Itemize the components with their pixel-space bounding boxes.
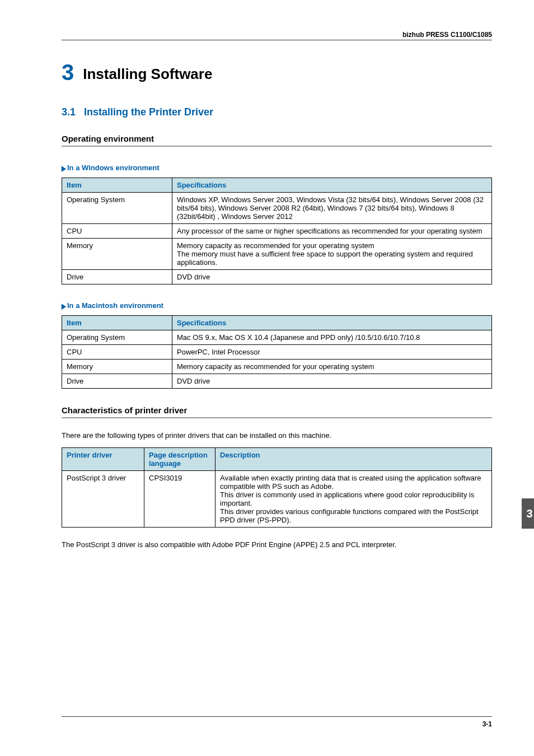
mac-spec-table: Item Specifications Operating SystemMac … xyxy=(62,315,492,389)
table-row: Operating SystemMac OS 9.x, Mac OS X 10.… xyxy=(62,330,492,345)
windows-spec-table: Item Specifications Operating SystemWind… xyxy=(62,178,492,284)
section-title-text: Installing the Printer Driver xyxy=(84,106,213,118)
table-row: CPUPowerPC, Intel Processor xyxy=(62,345,492,360)
cell-spec: Memory capacity as recommended for your … xyxy=(172,239,492,270)
chapter-tab: 3 xyxy=(522,498,534,529)
section-title: 3.1 Installing the Printer Driver xyxy=(62,106,492,118)
table-row: PostScript 3 driver CPSI3019 Available w… xyxy=(62,470,492,527)
driver-table: Printer driver Page description language… xyxy=(62,447,492,528)
cell-item: Drive xyxy=(62,374,172,389)
col-item: Item xyxy=(62,316,172,330)
page-number: 3-1 xyxy=(483,720,492,728)
cell-item: Operating System xyxy=(62,330,172,345)
section-number: 3.1 xyxy=(62,106,76,118)
cell-item: Memory xyxy=(62,360,172,374)
cell-lang: CPSI3019 xyxy=(144,470,216,527)
cell-item: CPU xyxy=(62,345,172,360)
table-row: CPUAny processor of the same or higher s… xyxy=(62,224,492,239)
cell-spec: DVD drive xyxy=(172,270,492,284)
table-row: Operating SystemWindows XP, Windows Serv… xyxy=(62,193,492,224)
cell-spec: DVD drive xyxy=(172,374,492,389)
cell-spec: PowerPC, Intel Processor xyxy=(172,345,492,360)
col-desc: Description xyxy=(216,447,492,470)
operating-environment-heading: Operating environment xyxy=(62,134,492,143)
divider xyxy=(62,146,492,147)
cell-spec: Mac OS 9.x, Mac OS X 10.4 (Japanese and … xyxy=(172,330,492,345)
windows-env-heading: In a Windows environment xyxy=(62,164,492,172)
col-lang: Page description language xyxy=(144,447,216,470)
mac-env-heading: In a Macintosh environment xyxy=(62,301,492,310)
cell-item: CPU xyxy=(62,224,172,239)
col-driver: Printer driver xyxy=(62,447,144,470)
driver-note-text: The PostScript 3 driver is also compatib… xyxy=(62,540,492,550)
table-header-row: Printer driver Page description language… xyxy=(62,447,492,470)
chapter-title: 3Installing Software xyxy=(62,60,492,85)
cell-spec: Any processor of the same or higher spec… xyxy=(172,224,492,239)
cell-item: Memory xyxy=(62,239,172,270)
col-spec: Specifications xyxy=(172,316,492,330)
table-row: MemoryMemory capacity as recommended for… xyxy=(62,360,492,374)
cell-spec: Memory capacity as recommended for your … xyxy=(172,360,492,374)
chapter-title-text: Installing Software xyxy=(83,66,212,82)
table-row: MemoryMemory capacity as recommended for… xyxy=(62,239,492,270)
cell-spec: Windows XP, Windows Server 2003, Windows… xyxy=(172,193,492,224)
product-model: bizhub PRESS C1100/C1085 xyxy=(62,31,492,40)
chapter-number: 3 xyxy=(62,60,74,85)
divider xyxy=(62,417,492,418)
divider xyxy=(62,716,492,717)
driver-characteristics-heading: Characteristics of printer driver xyxy=(62,405,492,415)
table-row: DriveDVD drive xyxy=(62,374,492,389)
cell-desc: Available when exactly printing data tha… xyxy=(216,470,492,527)
table-row: DriveDVD drive xyxy=(62,270,492,284)
table-header-row: Item Specifications xyxy=(62,178,492,193)
cell-item: Drive xyxy=(62,270,172,284)
table-header-row: Item Specifications xyxy=(62,316,492,330)
col-spec: Specifications xyxy=(172,178,492,193)
col-item: Item xyxy=(62,178,172,193)
cell-item: Operating System xyxy=(62,193,172,224)
driver-intro-text: There are the following types of printer… xyxy=(62,431,492,441)
cell-driver: PostScript 3 driver xyxy=(62,470,144,527)
